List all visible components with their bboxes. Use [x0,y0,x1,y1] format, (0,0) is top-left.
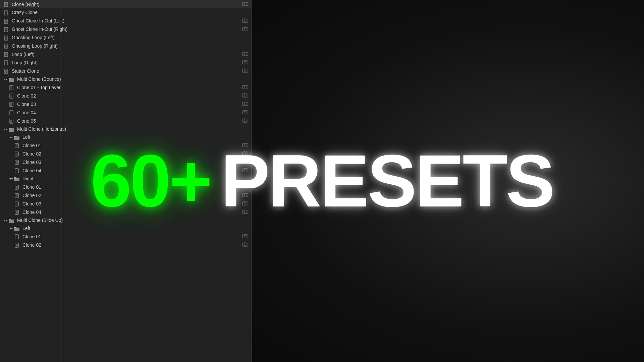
item-label: Multi Clone (Slide Up) [17,218,63,223]
overlay-text-container: 60+ PRESETS [91,144,553,218]
tree-item-clone-right[interactable]: Clone (Right) [0,0,251,8]
tree-item-clone-03-b[interactable]: Clone 03 [0,100,251,108]
svg-point-69 [247,86,247,87]
svg-point-183 [247,235,247,236]
tree-item-clone-01-su[interactable]: Clone 01 [0,232,251,241]
file-icon [15,151,21,157]
svg-point-101 [247,120,247,120]
svg-point-51 [247,61,247,62]
item-label: Clone 03 [17,102,36,107]
svg-point-57 [244,70,246,72]
tree-item-clone-02-su[interactable]: Clone 02 [0,241,251,249]
tree-item-ghost-clone-inout-right[interactable]: Ghost Clone In-Out (Right) [0,25,251,34]
camera-icon [242,68,248,74]
svg-point-25 [244,28,246,30]
item-label: Clone 01 - Top Layer [17,85,61,90]
camera-icon [242,93,248,99]
file-icon [9,118,15,124]
camera-icon [242,26,248,32]
camera-icon [242,101,248,107]
svg-point-59 [247,70,247,70]
sixty-plus-text: 60+ [91,144,211,218]
item-label: Ghosting Loop (Right) [12,43,58,49]
tree-item-loop-left[interactable]: Loop (Left) [0,50,251,58]
item-label: Right [22,176,34,181]
tree-item-loop-right[interactable]: Loop (Right) [0,58,251,67]
svg-rect-182 [244,234,245,235]
chevron-icon: ▾ [9,135,13,139]
folder-icon [9,218,15,223]
camera-icon [242,18,248,24]
item-label: Clone 01 [22,234,41,239]
chevron-icon: ▾ [4,127,7,131]
tree-item-clone-01-top[interactable]: Clone 01 - Top Layer [0,83,251,92]
file-icon [15,242,21,248]
file-icon [9,110,15,115]
svg-point-93 [247,111,247,112]
camera-icon [242,234,248,239]
file-icon [4,1,10,7]
item-label: Clone 01 [22,184,41,190]
tree-item-clone-05-b[interactable]: Clone 05 [0,117,251,125]
folder-icon [14,134,21,140]
svg-point-17 [244,20,246,22]
item-label: Multi Clone (Bounce) [17,76,61,82]
item-label: Clone 01 [22,143,41,148]
tree-item-multi-clone-horizontal[interactable]: ▾ Multi Clone (Horizontal) [0,125,251,133]
item-label: Clone 02 [17,93,36,99]
tree-item-multi-clone-bounce[interactable]: ▾ Multi Clone (Bounce) [0,75,251,83]
chevron-icon: ▾ [9,227,13,230]
chevron-icon: ▾ [9,177,13,181]
item-label: Clone 03 [22,160,41,165]
item-label: Clone 02 [22,242,41,248]
file-icon [15,209,21,215]
svg-rect-103 [9,128,11,129]
tree-item-clone-04-b[interactable]: Clone 04 [0,108,251,117]
camera-icon [242,242,248,248]
svg-rect-190 [244,242,245,243]
tree-item-ghost-clone-inout-left[interactable]: Ghost Clone In-Out (Left) [0,17,251,25]
svg-point-91 [244,111,246,113]
tree-item-ghosting-loop-right[interactable]: Ghosting Loop (Right) [0,42,251,50]
camera-icon [242,1,248,7]
file-icon [15,201,21,206]
chevron-icon: ▾ [4,77,7,81]
item-label: Crazy Clone [12,10,38,15]
item-label: Left [22,134,30,140]
svg-point-67 [244,86,246,88]
file-icon [15,234,21,239]
tree-item-ghosting-loop-left[interactable]: Ghosting Loop (Left) [0,34,251,42]
item-label: Clone 02 [22,151,41,157]
camera-icon [242,118,248,124]
item-label: Clone (Right) [12,2,39,7]
svg-point-181 [244,235,246,237]
svg-rect-175 [14,227,16,228]
file-icon [15,192,21,198]
presets-label-text: PRESETS [221,144,553,218]
svg-rect-173 [9,219,11,220]
svg-rect-50 [244,60,245,61]
svg-point-7 [247,3,247,4]
item-label: Clone 05 [17,118,36,124]
svg-rect-26 [244,27,245,28]
folder-icon [14,176,21,181]
item-label: Left [22,226,30,231]
tree-item-stutter-clone[interactable]: Stutter Clone [0,67,251,75]
svg-rect-105 [14,136,16,137]
tree-item-clone-02-b[interactable]: Clone 02 [0,92,251,100]
file-icon [15,168,21,173]
folder-icon [14,226,21,231]
svg-point-43 [247,53,247,54]
svg-point-191 [247,244,247,244]
file-icon [4,60,10,65]
tree-item-crazy-clone[interactable]: Crazy Clone [0,8,251,17]
file-icon [9,101,15,107]
file-icon [4,10,10,15]
svg-point-19 [247,19,247,20]
svg-rect-100 [244,118,245,119]
tree-item-left-folder-2[interactable]: ▾ Left [0,224,251,232]
svg-point-49 [244,61,246,63]
svg-point-41 [244,53,246,55]
file-icon [4,51,10,57]
svg-rect-84 [244,102,245,103]
